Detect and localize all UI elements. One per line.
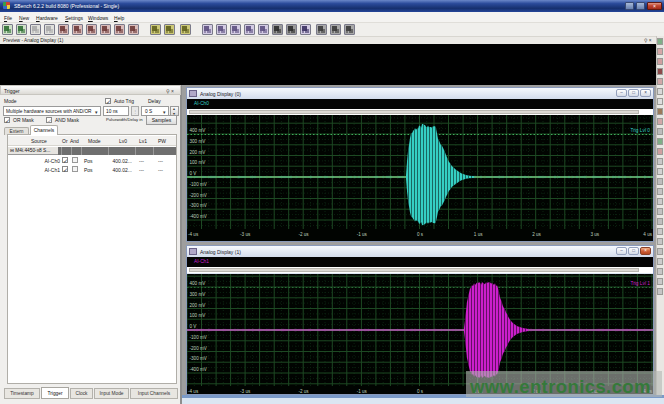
svg-text:-400 mV: -400 mV [190, 214, 208, 219]
svg-text:-2 us: -2 us [298, 389, 309, 394]
svg-text:Trig Lvl 1: Trig Lvl 1 [630, 281, 650, 286]
svg-text:-4 us: -4 us [188, 232, 199, 237]
svg-text:-300 mV: -300 mV [190, 356, 208, 361]
svg-text:0 s: 0 s [417, 389, 424, 394]
svg-text:3 us: 3 us [590, 232, 599, 237]
svg-text:200 mV: 200 mV [190, 303, 207, 308]
svg-text:0 s: 0 s [417, 232, 424, 237]
svg-text:-100 mV: -100 mV [190, 182, 208, 187]
svg-text:400 mV: 400 mV [190, 281, 207, 286]
svg-text:300 mV: 300 mV [190, 139, 207, 144]
svg-text:0 V: 0 V [190, 171, 198, 176]
svg-text:2 us: 2 us [532, 232, 541, 237]
svg-text:-200 mV: -200 mV [190, 346, 208, 351]
svg-text:100 mV: 100 mV [190, 313, 207, 318]
svg-text:-300 mV: -300 mV [190, 203, 208, 208]
svg-text:0 V: 0 V [190, 324, 198, 329]
svg-text:1 us: 1 us [474, 232, 483, 237]
svg-text:-100 mV: -100 mV [190, 335, 208, 340]
svg-text:-1 us: -1 us [357, 232, 368, 237]
svg-text:200 mV: 200 mV [190, 150, 207, 155]
svg-text:-400 mV: -400 mV [190, 367, 208, 372]
svg-text:100 mV: 100 mV [190, 160, 207, 165]
svg-text:-2 us: -2 us [298, 232, 309, 237]
svg-text:300 mV: 300 mV [190, 292, 207, 297]
svg-text:-4 us: -4 us [188, 389, 199, 394]
svg-text:-200 mV: -200 mV [190, 193, 208, 198]
svg-text:-1 us: -1 us [357, 389, 368, 394]
svg-text:-3 us: -3 us [240, 232, 251, 237]
svg-text:4 us: 4 us [643, 232, 652, 237]
svg-text:-3 us: -3 us [240, 389, 251, 394]
svg-text:400 mV: 400 mV [190, 128, 207, 133]
svg-text:Trig Lvl 0: Trig Lvl 0 [630, 128, 650, 133]
